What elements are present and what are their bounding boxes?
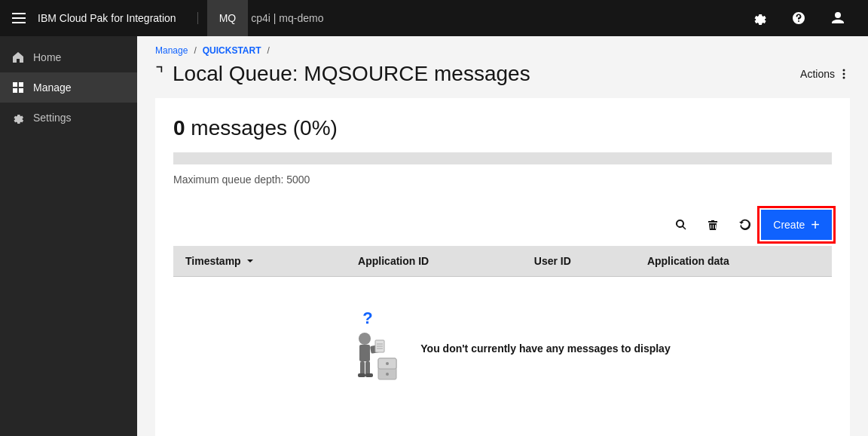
max-queue-depth: Maximum queue depth: 5000: [173, 173, 832, 186]
messages-table: Timestamp Application ID User ID: [173, 246, 832, 420]
table-header: Timestamp Application ID User ID: [173, 246, 832, 277]
hamburger-menu[interactable]: [12, 13, 26, 23]
actions-button[interactable]: Actions: [800, 62, 850, 86]
svg-rect-3: [19, 88, 23, 93]
svg-point-8: [359, 333, 371, 345]
svg-rect-2: [13, 88, 17, 93]
overflow-menu-icon: [838, 68, 850, 80]
svg-text:?: ?: [363, 309, 373, 327]
create-plus-icon: +: [811, 216, 820, 234]
search-button[interactable]: [666, 210, 696, 240]
messages-count: 0 messages (0%): [173, 116, 832, 140]
svg-rect-17: [358, 373, 365, 377]
col-user-id: User ID: [522, 246, 635, 277]
svg-point-22: [386, 373, 389, 376]
col-application-id: Application ID: [346, 246, 522, 277]
queue-icon: ⌝: [155, 63, 164, 84]
sidebar-manage-label: Manage: [33, 81, 72, 94]
create-button[interactable]: Create +: [761, 210, 832, 240]
col-timestamp[interactable]: Timestamp: [173, 246, 346, 277]
svg-rect-15: [360, 361, 365, 375]
sort-icon: [246, 256, 255, 266]
sidebar-settings-label: Settings: [33, 112, 72, 124]
table-body: ?: [173, 277, 832, 421]
nav-subtitle: cp4i | mq-demo: [251, 12, 323, 24]
svg-rect-0: [13, 82, 17, 87]
user-icon[interactable]: [820, 0, 856, 36]
manage-icon: [12, 81, 24, 94]
breadcrumb-quickstart[interactable]: QUICKSTART: [203, 45, 261, 56]
nav-icons: [741, 0, 856, 36]
sidebar-item-settings[interactable]: Settings: [0, 103, 137, 133]
svg-point-6: [843, 77, 845, 79]
breadcrumb-manage[interactable]: Manage: [155, 45, 188, 56]
svg-point-4: [843, 69, 845, 72]
content-card: 0 messages (0%) Maximum queue depth: 500…: [155, 98, 850, 436]
svg-rect-16: [365, 361, 370, 375]
sidebar: Home Manage Settings: [0, 36, 137, 436]
progress-bar-track: [173, 152, 832, 164]
brand-label: IBM Cloud Pak for Integration: [38, 12, 176, 24]
col-application-data: Application data: [635, 246, 832, 277]
page-header: ⌝ Local Queue: MQSOURCE messages Actions: [137, 62, 868, 98]
svg-rect-18: [365, 373, 373, 377]
help-icon[interactable]: [781, 0, 817, 36]
breadcrumb-sep-1: /: [194, 45, 196, 56]
svg-rect-1: [19, 82, 23, 87]
page-title-row: ⌝ Local Queue: MQSOURCE messages: [155, 62, 530, 86]
page-title: Local Queue: MQSOURCE messages: [173, 62, 530, 86]
main-content: Manage / QUICKSTART / ⌝ Local Queue: MQS…: [137, 36, 868, 436]
empty-illustration: ?: [335, 307, 402, 390]
sidebar-home-label: Home: [33, 51, 61, 63]
settings-icon[interactable]: [741, 0, 778, 36]
app-layout: Home Manage Settings Manage / QUICKSTA: [0, 36, 868, 436]
svg-point-5: [843, 73, 845, 75]
sidebar-item-home[interactable]: Home: [0, 42, 137, 72]
sidebar-item-manage[interactable]: Manage: [0, 72, 137, 103]
svg-point-21: [386, 362, 389, 365]
create-label: Create: [773, 219, 805, 231]
top-navigation: IBM Cloud Pak for Integration MQ cp4i | …: [0, 0, 868, 36]
refresh-button[interactable]: [729, 210, 760, 240]
home-icon: [12, 51, 24, 63]
table-toolbar: Create +: [173, 204, 832, 246]
nav-divider: [197, 12, 198, 24]
empty-state-message: You don't currently have any messages to…: [420, 342, 670, 355]
mq-tab[interactable]: MQ: [207, 0, 249, 36]
svg-rect-9: [359, 345, 370, 361]
delete-button[interactable]: [698, 210, 728, 240]
empty-state-content: ?: [335, 307, 670, 390]
empty-state: ?: [173, 277, 832, 420]
breadcrumb: Manage / QUICKSTART /: [137, 36, 868, 62]
breadcrumb-sep-2: /: [267, 45, 270, 56]
settings-sidebar-icon: [12, 112, 24, 124]
